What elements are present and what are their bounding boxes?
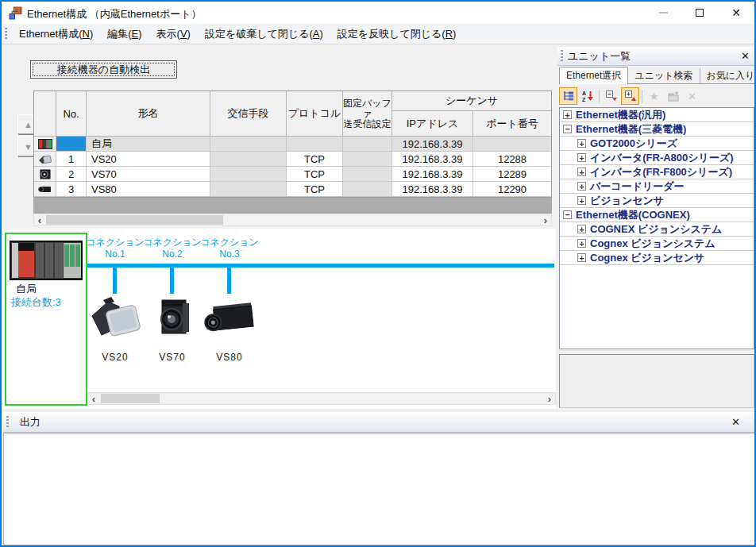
cell-no[interactable]: 3 xyxy=(56,182,87,197)
cell-protocol[interactable]: TCP xyxy=(287,152,343,167)
cell-protocol[interactable]: TCP xyxy=(287,167,343,182)
expand-box-icon[interactable]: + xyxy=(577,182,586,191)
cell-no[interactable]: 2 xyxy=(56,167,87,182)
expand-box-icon[interactable]: + xyxy=(577,239,586,248)
menu-discard-close[interactable]: 設定を破棄して閉じる(A) xyxy=(198,24,330,44)
tab-ethernet-select[interactable]: Ethernet選択 xyxy=(559,67,628,84)
cell-fixed-buffer[interactable] xyxy=(343,137,392,152)
expand-box-icon[interactable]: + xyxy=(577,168,586,176)
expand-box-icon[interactable]: + xyxy=(577,253,586,262)
cell-no[interactable]: 1 xyxy=(56,152,87,167)
plc-rack-image xyxy=(10,241,83,280)
output-content xyxy=(3,433,756,545)
expand-box-icon[interactable]: + xyxy=(577,153,586,162)
scrollbar-thumb[interactable] xyxy=(46,215,223,225)
sort-button[interactable]: A Z xyxy=(578,87,596,105)
tree-item-ethernet-cognex[interactable]: − Ethernet機器(COGNEX) xyxy=(560,208,754,222)
up-arrow-icon: ▲ xyxy=(24,120,33,129)
output-grip[interactable] xyxy=(6,416,9,428)
cell-fixed-buffer[interactable] xyxy=(343,152,392,167)
tree-item-barcode-reader[interactable]: + バーコードリーダー xyxy=(560,179,754,194)
cell-port[interactable]: 12289 xyxy=(473,167,551,182)
cell-ip[interactable]: 192.168.3.39 xyxy=(392,152,473,167)
svg-text:A: A xyxy=(582,91,586,96)
device-image-vs20[interactable] xyxy=(87,292,143,343)
row-icon-cell xyxy=(34,182,56,197)
diagram-hscrollbar[interactable]: ‹ › xyxy=(87,392,556,405)
table-row-vs20: 1 VS20 TCP 192.168.3.39 12288 xyxy=(34,152,551,167)
scroll-right-icon[interactable]: › xyxy=(540,214,551,225)
cell-comm[interactable] xyxy=(210,167,287,182)
scroll-left-icon[interactable]: ‹ xyxy=(34,214,45,225)
tree-item-got2000[interactable]: + GOT2000シリーズ xyxy=(560,137,754,151)
tree-item-vision-sensor[interactable]: + ビジョンセンサ xyxy=(560,194,754,208)
add-favorite-button[interactable] xyxy=(664,87,682,105)
menu-ethernet-config[interactable]: Ethernet構成(N) xyxy=(12,24,100,44)
menu-apply-close[interactable]: 設定を反映して閉じる(R) xyxy=(330,24,464,44)
cell-protocol[interactable] xyxy=(287,137,343,152)
output-close-icon[interactable]: ✕ xyxy=(731,417,740,427)
add-folder-icon xyxy=(667,90,680,102)
unit-list-grip[interactable] xyxy=(561,50,563,62)
tab-unit-search[interactable]: ユニット検索 xyxy=(628,68,700,83)
favorite-button[interactable]: ★ xyxy=(645,87,663,105)
minimize-button[interactable] xyxy=(645,2,681,24)
display-format-button[interactable] xyxy=(559,87,577,105)
cell-fixed-buffer[interactable] xyxy=(343,167,392,182)
cell-model[interactable]: VS20 xyxy=(87,152,210,167)
cell-model[interactable]: VS80 xyxy=(87,182,210,197)
scroll-right-icon[interactable]: › xyxy=(544,393,555,404)
cell-model[interactable]: VS70 xyxy=(87,167,210,182)
expand-box-icon[interactable]: + xyxy=(577,196,586,205)
menu-edit[interactable]: 編集(E) xyxy=(100,24,148,44)
tree-item-cognex-vision-system[interactable]: + Cognex ビジョンシステム xyxy=(560,237,754,251)
cell-port[interactable] xyxy=(473,137,551,152)
collapse-box-icon[interactable]: − xyxy=(563,125,572,133)
connection-drop-line xyxy=(113,268,117,294)
collapse-box-icon[interactable]: − xyxy=(563,210,572,219)
device-image-vs70[interactable] xyxy=(151,295,195,340)
scrollbar-thumb[interactable] xyxy=(101,394,160,403)
delete-button[interactable]: ✕ xyxy=(683,87,701,105)
cell-ip[interactable]: 192.168.3.39 xyxy=(392,137,473,152)
cell-comm[interactable] xyxy=(210,137,287,152)
table-hscrollbar[interactable]: ‹ › xyxy=(33,214,552,226)
cell-comm[interactable] xyxy=(210,182,287,197)
maximize-button[interactable] xyxy=(681,2,718,24)
cell-no-selected[interactable] xyxy=(56,137,87,152)
cell-comm[interactable] xyxy=(210,152,287,167)
tree-item-inverter-frf800[interactable]: + インバータ(FR-F800シリーズ) xyxy=(560,165,754,179)
expand-all-button[interactable] xyxy=(621,87,639,105)
tree-item-ethernet-generic[interactable]: + Ethernet機器(汎用) xyxy=(560,108,754,122)
cell-ip[interactable]: 192.168.3.39 xyxy=(392,182,473,197)
tree-item-ethernet-mitsubishi[interactable]: − Ethernet機器(三菱電機) xyxy=(560,122,754,137)
menubar-grip[interactable] xyxy=(5,28,7,40)
table-empty-band xyxy=(33,198,552,214)
cell-model[interactable]: 自局 xyxy=(87,137,210,152)
cell-fixed-buffer[interactable] xyxy=(343,182,392,197)
expand-box-icon[interactable]: + xyxy=(563,110,572,119)
unit-list-title: ユニット一覧 xyxy=(568,49,631,64)
scroll-left-icon[interactable]: ‹ xyxy=(88,393,99,404)
auto-detect-button[interactable]: 接続機器の自動検出 xyxy=(30,60,177,79)
collapse-all-button[interactable] xyxy=(602,87,620,105)
cell-ip[interactable]: 192.168.3.39 xyxy=(392,167,473,182)
device-image-vs80[interactable] xyxy=(203,300,257,338)
unit-list-close-icon[interactable]: ✕ xyxy=(741,51,750,61)
down-arrow-icon: ▼ xyxy=(24,142,33,152)
cell-port[interactable]: 12288 xyxy=(473,152,551,167)
expand-box-icon[interactable]: + xyxy=(577,139,586,148)
tree-item-cognex-vision-system-caps[interactable]: + COGNEX ビジョンシステム xyxy=(560,222,754,237)
close-icon: ✕ xyxy=(731,7,741,18)
close-button[interactable]: ✕ xyxy=(718,2,754,24)
cell-protocol[interactable]: TCP xyxy=(287,182,343,197)
tree-item-cognex-vision-sensor[interactable]: + Cognex ビジョンセンサ xyxy=(560,251,754,265)
tree-item-inverter-fra800[interactable]: + インバータ(FR-A800シリーズ) xyxy=(560,151,754,165)
expand-box-icon[interactable]: + xyxy=(577,225,586,233)
menu-view[interactable]: 表示(V) xyxy=(149,24,198,44)
cell-port[interactable]: 12290 xyxy=(473,182,551,197)
toolbar-separator xyxy=(642,90,642,102)
tab-favorites[interactable]: お気に入り xyxy=(700,68,756,83)
network-diagram: 自局 接続台数:3 コネクションNo.1 コネクションNo.2 コネクションNo… xyxy=(3,229,556,409)
host-station-box[interactable]: 自局 接続台数:3 xyxy=(5,233,87,406)
